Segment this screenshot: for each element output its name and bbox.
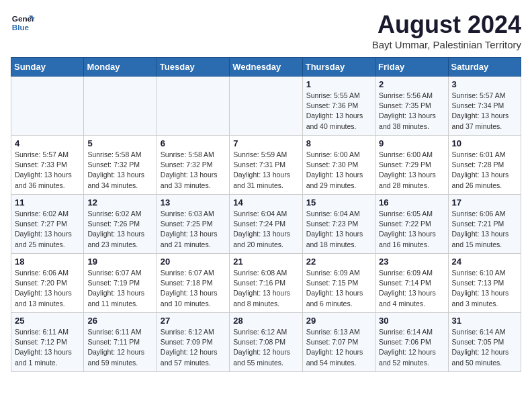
day-number: 20 <box>161 257 226 267</box>
day-info: Sunrise: 6:10 AMSunset: 7:13 PMDaylight:… <box>452 268 517 309</box>
calendar-cell: 6Sunrise: 5:58 AMSunset: 7:32 PMDaylight… <box>157 136 229 195</box>
week-row-2: 4Sunrise: 5:57 AMSunset: 7:33 PMDaylight… <box>11 136 521 195</box>
day-number: 8 <box>306 138 371 148</box>
day-info: Sunrise: 6:07 AMSunset: 7:18 PMDaylight:… <box>161 268 226 309</box>
day-number: 2 <box>379 79 444 89</box>
day-info: Sunrise: 6:08 AMSunset: 7:16 PMDaylight:… <box>233 268 298 309</box>
calendar-cell: 25Sunrise: 6:11 AMSunset: 7:12 PMDayligh… <box>11 313 84 372</box>
day-info: Sunrise: 6:04 AMSunset: 7:23 PMDaylight:… <box>306 209 371 250</box>
week-row-3: 11Sunrise: 6:02 AMSunset: 7:27 PMDayligh… <box>11 195 521 254</box>
day-number: 29 <box>306 316 371 326</box>
day-number: 22 <box>306 257 371 267</box>
header-friday: Friday <box>375 58 448 77</box>
logo: General Blue <box>11 11 35 35</box>
calendar-cell: 22Sunrise: 6:09 AMSunset: 7:15 PMDayligh… <box>302 254 375 313</box>
day-info: Sunrise: 6:09 AMSunset: 7:14 PMDaylight:… <box>379 268 444 309</box>
day-number: 13 <box>161 197 226 208</box>
calendar-cell: 30Sunrise: 6:14 AMSunset: 7:06 PMDayligh… <box>375 313 448 372</box>
calendar-cell: 27Sunrise: 6:12 AMSunset: 7:09 PMDayligh… <box>157 313 229 372</box>
calendar-cell: 26Sunrise: 6:11 AMSunset: 7:11 PMDayligh… <box>84 313 157 372</box>
day-info: Sunrise: 6:00 AMSunset: 7:29 PMDaylight:… <box>379 150 444 191</box>
calendar-cell: 24Sunrise: 6:10 AMSunset: 7:13 PMDayligh… <box>448 254 521 313</box>
day-info: Sunrise: 5:57 AMSunset: 7:33 PMDaylight:… <box>15 150 80 191</box>
calendar-cell: 4Sunrise: 5:57 AMSunset: 7:33 PMDaylight… <box>11 136 84 195</box>
calendar-cell: 28Sunrise: 6:12 AMSunset: 7:08 PMDayligh… <box>230 313 302 372</box>
header-monday: Monday <box>84 58 157 77</box>
calendar-cell: 15Sunrise: 6:04 AMSunset: 7:23 PMDayligh… <box>302 195 375 254</box>
week-row-4: 18Sunrise: 6:06 AMSunset: 7:20 PMDayligh… <box>11 254 521 313</box>
day-number: 14 <box>233 197 298 208</box>
day-number: 12 <box>87 197 152 208</box>
day-number: 16 <box>379 197 444 208</box>
svg-text:General: General <box>12 14 35 23</box>
page-subtitle: Bayt Ummar, Palestinian Territory <box>372 39 521 50</box>
day-info: Sunrise: 6:00 AMSunset: 7:30 PMDaylight:… <box>306 150 371 191</box>
calendar-cell: 10Sunrise: 6:01 AMSunset: 7:28 PMDayligh… <box>448 136 521 195</box>
day-info: Sunrise: 5:58 AMSunset: 7:32 PMDaylight:… <box>87 150 152 191</box>
day-number: 24 <box>452 257 517 267</box>
calendar-cell: 18Sunrise: 6:06 AMSunset: 7:20 PMDayligh… <box>11 254 84 313</box>
day-info: Sunrise: 6:09 AMSunset: 7:15 PMDaylight:… <box>306 268 371 309</box>
calendar-cell <box>84 77 157 136</box>
day-number: 18 <box>15 257 80 267</box>
day-number: 10 <box>452 138 517 148</box>
day-info: Sunrise: 6:06 AMSunset: 7:20 PMDaylight:… <box>15 268 80 309</box>
day-info: Sunrise: 5:57 AMSunset: 7:34 PMDaylight:… <box>452 91 517 132</box>
calendar-cell: 8Sunrise: 6:00 AMSunset: 7:30 PMDaylight… <box>302 136 375 195</box>
day-info: Sunrise: 6:14 AMSunset: 7:06 PMDaylight:… <box>379 327 444 368</box>
day-info: Sunrise: 5:56 AMSunset: 7:35 PMDaylight:… <box>379 91 444 132</box>
day-info: Sunrise: 6:12 AMSunset: 7:09 PMDaylight:… <box>161 327 226 368</box>
day-info: Sunrise: 6:02 AMSunset: 7:27 PMDaylight:… <box>15 209 80 250</box>
day-info: Sunrise: 6:13 AMSunset: 7:07 PMDaylight:… <box>306 327 371 368</box>
day-number: 19 <box>87 257 152 267</box>
day-number: 5 <box>87 138 152 148</box>
calendar-cell <box>157 77 229 136</box>
header-tuesday: Tuesday <box>157 58 229 77</box>
header-wednesday: Wednesday <box>230 58 302 77</box>
day-info: Sunrise: 5:59 AMSunset: 7:31 PMDaylight:… <box>233 150 298 191</box>
day-info: Sunrise: 6:04 AMSunset: 7:24 PMDaylight:… <box>233 209 298 250</box>
calendar-cell: 23Sunrise: 6:09 AMSunset: 7:14 PMDayligh… <box>375 254 448 313</box>
calendar-cell: 1Sunrise: 5:55 AMSunset: 7:36 PMDaylight… <box>302 77 375 136</box>
page-header: General Blue August 2024 Bayt Ummar, Pal… <box>11 11 521 50</box>
day-number: 25 <box>15 316 80 326</box>
header-saturday: Saturday <box>448 58 521 77</box>
day-info: Sunrise: 6:03 AMSunset: 7:25 PMDaylight:… <box>161 209 226 250</box>
day-info: Sunrise: 5:58 AMSunset: 7:32 PMDaylight:… <box>161 150 226 191</box>
day-info: Sunrise: 6:02 AMSunset: 7:26 PMDaylight:… <box>87 209 152 250</box>
day-number: 30 <box>379 316 444 326</box>
svg-text:Blue: Blue <box>12 23 30 32</box>
day-number: 21 <box>233 257 298 267</box>
day-info: Sunrise: 6:12 AMSunset: 7:08 PMDaylight:… <box>233 327 298 368</box>
calendar-table: SundayMondayTuesdayWednesdayThursdayFrid… <box>11 57 521 372</box>
calendar-cell: 5Sunrise: 5:58 AMSunset: 7:32 PMDaylight… <box>84 136 157 195</box>
calendar-cell: 13Sunrise: 6:03 AMSunset: 7:25 PMDayligh… <box>157 195 229 254</box>
logo-icon: General Blue <box>11 11 35 35</box>
calendar-cell: 29Sunrise: 6:13 AMSunset: 7:07 PMDayligh… <box>302 313 375 372</box>
calendar-cell: 20Sunrise: 6:07 AMSunset: 7:18 PMDayligh… <box>157 254 229 313</box>
day-number: 9 <box>379 138 444 148</box>
day-number: 11 <box>15 197 80 208</box>
day-info: Sunrise: 6:07 AMSunset: 7:19 PMDaylight:… <box>87 268 152 309</box>
calendar-cell: 2Sunrise: 5:56 AMSunset: 7:35 PMDaylight… <box>375 77 448 136</box>
day-number: 26 <box>87 316 152 326</box>
day-info: Sunrise: 5:55 AMSunset: 7:36 PMDaylight:… <box>306 91 371 132</box>
day-number: 27 <box>161 316 226 326</box>
day-info: Sunrise: 6:05 AMSunset: 7:22 PMDaylight:… <box>379 209 444 250</box>
week-row-1: 1Sunrise: 5:55 AMSunset: 7:36 PMDaylight… <box>11 77 521 136</box>
day-info: Sunrise: 6:11 AMSunset: 7:11 PMDaylight:… <box>87 327 152 368</box>
header-thursday: Thursday <box>302 58 375 77</box>
day-number: 17 <box>452 197 517 208</box>
week-row-5: 25Sunrise: 6:11 AMSunset: 7:12 PMDayligh… <box>11 313 521 372</box>
calendar-cell: 3Sunrise: 5:57 AMSunset: 7:34 PMDaylight… <box>448 77 521 136</box>
day-number: 4 <box>15 138 80 148</box>
day-info: Sunrise: 6:14 AMSunset: 7:05 PMDaylight:… <box>452 327 517 368</box>
day-number: 28 <box>233 316 298 326</box>
calendar-cell: 14Sunrise: 6:04 AMSunset: 7:24 PMDayligh… <box>230 195 302 254</box>
calendar-cell: 9Sunrise: 6:00 AMSunset: 7:29 PMDaylight… <box>375 136 448 195</box>
page-title: August 2024 <box>372 11 521 39</box>
day-number: 3 <box>452 79 517 89</box>
day-info: Sunrise: 6:06 AMSunset: 7:21 PMDaylight:… <box>452 209 517 250</box>
calendar-cell: 31Sunrise: 6:14 AMSunset: 7:05 PMDayligh… <box>448 313 521 372</box>
day-number: 15 <box>306 197 371 208</box>
